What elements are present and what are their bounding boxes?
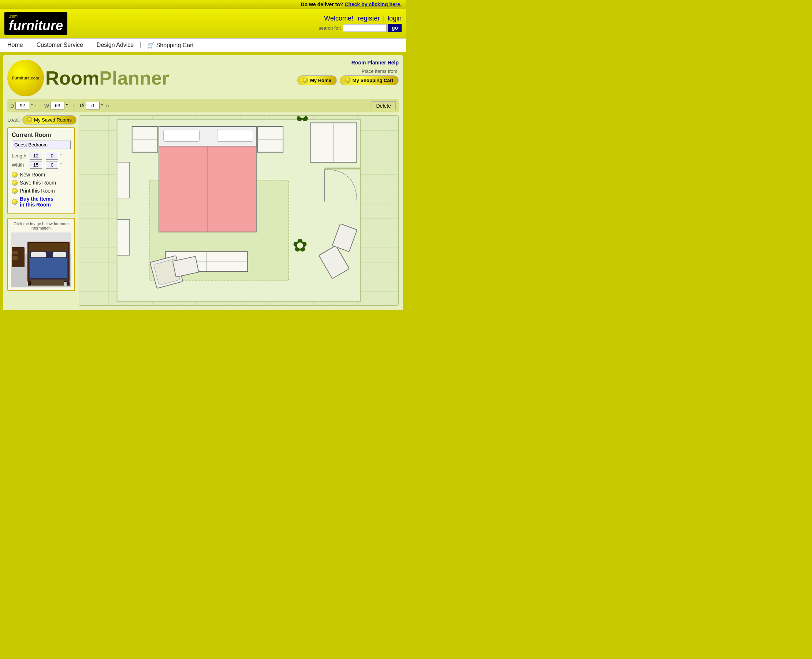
new-room-action[interactable]: New Room xyxy=(12,172,71,178)
save-room-dot xyxy=(12,180,17,186)
room-canvas[interactable]: ✿ ✿ xyxy=(79,115,399,306)
planner-help-link[interactable]: Room Planner Help xyxy=(297,60,399,66)
svg-rect-9 xyxy=(30,258,67,278)
my-shopping-cart-button[interactable]: My Shopping Cart xyxy=(340,76,399,85)
place-buttons: My Home My Shopping Cart xyxy=(297,76,399,85)
depth-unit: " xyxy=(31,103,33,109)
buy-items-dot xyxy=(12,199,17,205)
rotate-control: ↺ ° ↔ xyxy=(79,102,110,109)
login-link[interactable]: login xyxy=(388,15,402,22)
rotate-arrows: ↔ xyxy=(105,102,110,109)
svg-text:✿: ✿ xyxy=(293,235,307,255)
depth-label: D xyxy=(10,103,14,109)
buy-items-label: Buy the Itemsin this Room xyxy=(20,196,54,208)
go-button[interactable]: go xyxy=(388,24,402,32)
nav-home[interactable]: Home xyxy=(7,42,30,48)
length-in-input[interactable] xyxy=(46,152,58,159)
svg-rect-4 xyxy=(13,256,17,260)
footer-bar xyxy=(0,313,406,331)
search-input[interactable] xyxy=(343,24,386,32)
svg-rect-10 xyxy=(31,252,46,257)
nav-shopping-cart[interactable]: 🛒 Shopping Cart xyxy=(140,42,200,49)
print-room-label: Print this Room xyxy=(20,188,55,194)
delivery-link[interactable]: Check by clicking here. xyxy=(344,2,402,7)
saved-rooms-button[interactable]: My Saved Rooms xyxy=(22,115,77,125)
width-room-label: Width xyxy=(12,162,28,168)
my-home-dot xyxy=(303,77,308,83)
bed-preview-svg xyxy=(11,232,71,287)
svg-rect-29 xyxy=(217,130,253,141)
site-header: .com furniture Welcome! register | login… xyxy=(0,9,406,38)
current-room-box: Current Room Length ' " Width ' " xyxy=(7,128,75,214)
length-label: Length xyxy=(12,153,28,159)
navbar: Home Customer Service Design Advice 🛒 Sh… xyxy=(0,38,406,52)
separator: | xyxy=(383,15,385,22)
depth-input[interactable] xyxy=(16,102,29,109)
welcome-text: Welcome! xyxy=(324,15,353,22)
length-ft-sep: ' xyxy=(44,153,44,159)
search-label: search for: xyxy=(318,25,341,31)
svg-rect-14 xyxy=(31,280,64,285)
svg-rect-12 xyxy=(28,282,31,285)
depth-arrows: ↔ xyxy=(34,102,40,109)
cart-icon: 🛒 xyxy=(147,42,155,48)
site-logo: .com furniture xyxy=(5,12,67,35)
preview-note: Click the image below for more informati… xyxy=(11,221,71,230)
planner-logo-text: RoomPlanner xyxy=(46,67,169,89)
svg-rect-3 xyxy=(13,251,17,254)
nav-customer-service[interactable]: Customer Service xyxy=(30,42,90,48)
planner-logo-circle: Furniture.com xyxy=(7,60,44,96)
room-actions: New Room Save this Room Print this Room … xyxy=(12,172,71,208)
svg-rect-13 xyxy=(67,282,69,285)
logo-furniture: furniture xyxy=(9,18,63,33)
save-room-action[interactable]: Save this Room xyxy=(12,180,71,186)
preview-image[interactable] xyxy=(11,232,71,287)
planner-right: Room Planner Help Place Items from: My H… xyxy=(297,60,399,85)
width-input[interactable] xyxy=(50,102,65,109)
place-items-label: Place Items from: xyxy=(297,68,399,74)
width-in-sep: " xyxy=(60,162,61,168)
width-ft-input[interactable] xyxy=(30,161,42,169)
nav-design-advice[interactable]: Design Advice xyxy=(90,42,140,48)
my-home-button[interactable]: My Home xyxy=(297,76,337,85)
depth-control: D " ↔ xyxy=(10,102,40,109)
buy-items-action[interactable]: Buy the Itemsin this Room xyxy=(12,196,71,208)
svg-rect-19 xyxy=(117,162,129,198)
print-room-action[interactable]: Print this Room xyxy=(12,188,71,194)
left-panel: Load: My Saved Rooms Current Room Length… xyxy=(7,115,75,306)
logo-box: .com furniture xyxy=(5,12,67,35)
shopping-cart-dot xyxy=(345,77,350,83)
new-room-label: New Room xyxy=(20,172,45,178)
width-row: Width ' " xyxy=(12,161,71,169)
welcome-line: Welcome! register | login xyxy=(318,15,402,22)
width-unit: " xyxy=(66,103,68,109)
search-line: search for: go xyxy=(318,24,402,32)
width-in-input[interactable] xyxy=(46,161,58,169)
room-name-input[interactable] xyxy=(12,140,71,149)
planner-header: Furniture.com RoomPlanner Room Planner H… xyxy=(7,60,399,96)
planner-logo-site: Furniture.com xyxy=(12,76,39,80)
length-in-sep: " xyxy=(60,153,61,159)
width-control: W " ↔ xyxy=(44,102,75,109)
current-room-title: Current Room xyxy=(12,132,71,139)
svg-rect-11 xyxy=(53,252,66,257)
length-ft-input[interactable] xyxy=(30,152,42,159)
preview-box: Click the image below for more informati… xyxy=(7,218,75,291)
register-link[interactable]: register xyxy=(358,15,380,22)
room-svg: ✿ ✿ xyxy=(79,116,398,305)
controls-row: D " ↔ W " ↔ ↺ ° ↔ Delete xyxy=(7,99,399,112)
planner-planner-text: Planner xyxy=(99,67,169,88)
main-content: Furniture.com RoomPlanner Room Planner H… xyxy=(3,55,403,310)
place-items: Place Items from: My Home My Shopping Ca… xyxy=(297,68,399,85)
delete-button[interactable]: Delete xyxy=(372,101,396,110)
two-col-layout: Load: My Saved Rooms Current Room Length… xyxy=(7,115,399,306)
width-ft-sep: ' xyxy=(44,162,44,168)
save-room-label: Save this Room xyxy=(20,180,56,186)
header-right: Welcome! register | login search for: go xyxy=(318,15,402,32)
rotate-input[interactable] xyxy=(86,102,99,109)
svg-text:✿: ✿ xyxy=(294,116,311,125)
rotate-unit: ° xyxy=(101,103,103,109)
svg-rect-20 xyxy=(117,219,129,255)
planner-logo: Furniture.com RoomPlanner xyxy=(7,60,169,96)
new-room-dot xyxy=(12,172,17,178)
